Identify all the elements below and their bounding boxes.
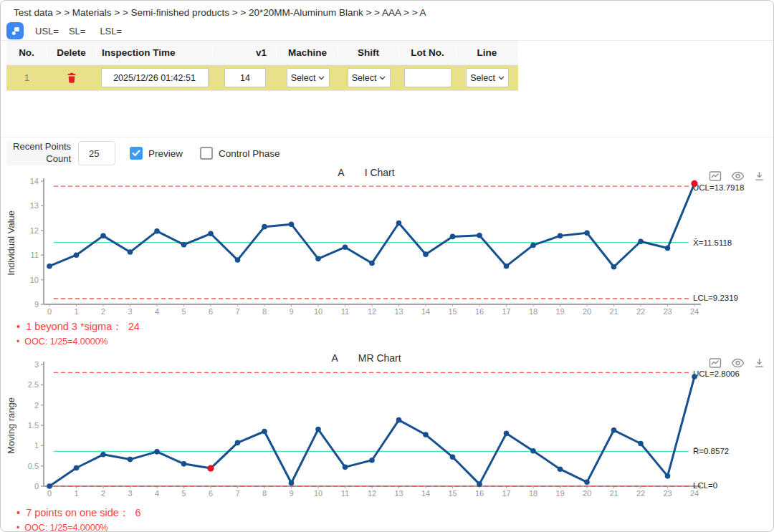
header-machine: Machine xyxy=(277,47,338,58)
svg-text:0: 0 xyxy=(34,482,39,490)
svg-text:1: 1 xyxy=(34,441,39,450)
lot-no-input[interactable] xyxy=(404,68,452,87)
svg-text:16: 16 xyxy=(475,307,484,316)
svg-text:23: 23 xyxy=(663,307,672,316)
spc-data-entry-page: Test data > > Materials > > Semi-finishe… xyxy=(0,0,774,532)
lsl-label: LSL= xyxy=(100,26,122,37)
svg-text:0: 0 xyxy=(47,307,52,316)
preview-label: Preview xyxy=(148,148,183,159)
svg-text:22: 22 xyxy=(636,489,645,498)
line-select[interactable]: Select xyxy=(466,68,509,87)
svg-text:8: 8 xyxy=(262,307,267,316)
svg-text:9: 9 xyxy=(289,489,293,498)
svg-text:12: 12 xyxy=(368,307,376,316)
recent-points-count-label: Recent Points Count xyxy=(6,141,71,165)
svg-text:15: 15 xyxy=(448,307,457,316)
svg-text:5: 5 xyxy=(181,489,186,498)
svg-text:13: 13 xyxy=(394,307,403,316)
svg-text:23: 23 xyxy=(663,489,672,498)
v1-input[interactable] xyxy=(224,68,266,87)
svg-text:2: 2 xyxy=(101,489,105,498)
shift-select-value: Select xyxy=(352,73,377,83)
svg-text:3: 3 xyxy=(34,360,39,369)
recent-points-count-input[interactable] xyxy=(78,141,115,165)
ooc-rate-text: OOC: 1/25=4.0000% xyxy=(16,523,141,532)
header-lot-no: Lot No. xyxy=(399,47,457,58)
svg-text:X̄=11.5118: X̄=11.5118 xyxy=(693,238,732,247)
svg-text:2.5: 2.5 xyxy=(28,380,39,389)
svg-text:24: 24 xyxy=(690,307,699,316)
breadcrumb[interactable]: Test data > > Materials > > Semi-finishe… xyxy=(14,7,426,18)
svg-text:14: 14 xyxy=(421,489,430,498)
svg-text:8: 8 xyxy=(262,489,267,498)
svg-text:11: 11 xyxy=(341,489,349,498)
control-phase-checkbox[interactable] xyxy=(200,147,213,160)
machine-select[interactable]: Select xyxy=(287,68,330,87)
line-select-value: Select xyxy=(470,73,495,83)
inspection-time-input[interactable] xyxy=(101,68,209,87)
header-no: No. xyxy=(6,47,47,58)
svg-text:1: 1 xyxy=(74,307,78,316)
svg-text:0.5: 0.5 xyxy=(28,462,39,470)
svg-text:1.5: 1.5 xyxy=(28,421,39,430)
svg-text:12: 12 xyxy=(368,489,376,498)
usl-label: USL= xyxy=(35,26,59,37)
svg-text:9: 9 xyxy=(289,307,293,316)
svg-text:10: 10 xyxy=(314,307,322,316)
svg-text:21: 21 xyxy=(609,489,618,498)
svg-text:22: 22 xyxy=(636,307,645,316)
svg-text:18: 18 xyxy=(529,307,538,316)
svg-text:24: 24 xyxy=(690,489,699,498)
section-divider xyxy=(1,137,773,137)
svg-text:19: 19 xyxy=(555,307,564,316)
mr-chart-plot: 00.511.522.53012345678910111213141516171… xyxy=(1,359,774,502)
trash-icon xyxy=(66,72,77,84)
preview-checkbox[interactable] xyxy=(130,147,143,160)
header-shift: Shift xyxy=(338,47,399,58)
svg-text:4: 4 xyxy=(155,307,159,316)
header-delete: Delete xyxy=(47,47,96,58)
svg-text:3: 3 xyxy=(128,307,132,316)
svg-text:R̄=0.8572: R̄=0.8572 xyxy=(693,447,729,455)
i-chart-plot: 9101112131401234567891011121314151617181… xyxy=(1,175,774,326)
svg-text:11: 11 xyxy=(31,251,39,259)
row-number: 1 xyxy=(6,72,47,83)
machine-select-value: Select xyxy=(291,73,316,83)
svg-text:14: 14 xyxy=(421,307,430,316)
delete-row-button[interactable] xyxy=(66,72,77,84)
i-chart-annotations: 1 beyond 3 *sigma： 24 OOC: 1/25=4.0000% xyxy=(16,320,140,347)
svg-text:13: 13 xyxy=(30,201,39,210)
svg-text:6: 6 xyxy=(209,307,213,316)
header-inspection-time: Inspection Time xyxy=(96,47,213,58)
chart-controls: Recent Points Count Preview Control Phas… xyxy=(6,141,280,165)
svg-text:4: 4 xyxy=(155,489,159,498)
svg-text:16: 16 xyxy=(475,489,484,498)
save-floppy-icon xyxy=(10,26,21,37)
mr-chart-annotations: 7 points on one side： 6 OOC: 1/25=4.0000… xyxy=(16,506,141,532)
svg-text:9: 9 xyxy=(34,300,39,309)
svg-text:UCL=2.8006: UCL=2.8006 xyxy=(693,369,740,378)
svg-text:17: 17 xyxy=(502,489,510,498)
svg-text:7: 7 xyxy=(235,307,239,316)
shift-select[interactable]: Select xyxy=(348,68,391,87)
svg-text:13: 13 xyxy=(394,489,403,498)
table-header-row: No. Delete Inspection Time v1 Machine Sh… xyxy=(6,41,518,65)
svg-text:21: 21 xyxy=(609,307,618,316)
header-v1: v1 xyxy=(213,47,277,58)
sl-label: SL= xyxy=(69,26,86,37)
svg-text:LCL=9.2319: LCL=9.2319 xyxy=(693,294,738,302)
svg-text:UCL=13.7918: UCL=13.7918 xyxy=(693,183,744,192)
save-button[interactable] xyxy=(6,22,24,39)
control-phase-label: Control Phase xyxy=(219,148,280,159)
svg-text:LCL=0: LCL=0 xyxy=(693,481,717,490)
svg-text:19: 19 xyxy=(555,489,564,498)
ooc-rate-text: OOC: 1/25=4.0000% xyxy=(16,337,140,347)
svg-text:14: 14 xyxy=(30,177,39,185)
svg-text:2: 2 xyxy=(101,307,105,316)
rule-violation-text: 7 points on one side： 6 xyxy=(16,506,141,520)
svg-text:20: 20 xyxy=(583,307,591,316)
inspection-table: No. Delete Inspection Time v1 Machine Sh… xyxy=(6,41,518,91)
svg-text:15: 15 xyxy=(448,489,457,498)
svg-text:1: 1 xyxy=(74,489,78,498)
svg-text:12: 12 xyxy=(30,226,39,235)
